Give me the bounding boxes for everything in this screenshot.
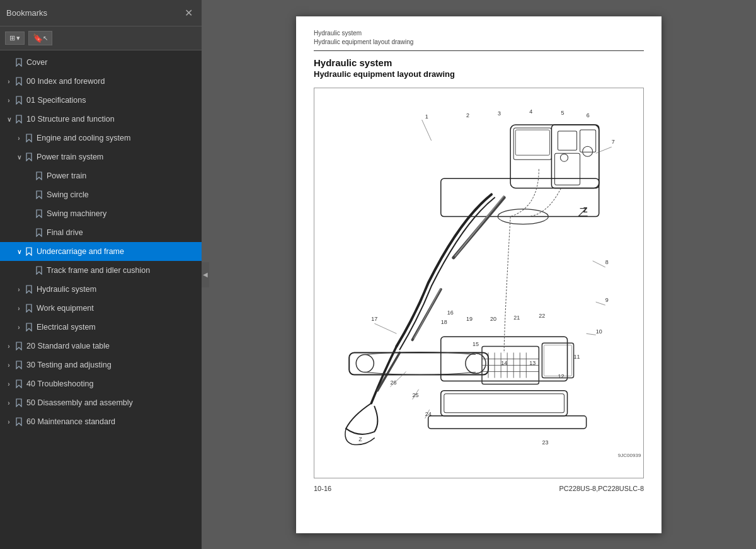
sidebar-item-label: Power train system xyxy=(37,152,199,162)
svg-text:8: 8 xyxy=(605,258,609,265)
sidebar: Bookmarks ✕ ⊞ ▾ 🔖 ↖ Cover› 00 Index and … xyxy=(0,0,202,549)
bookmark-icon xyxy=(24,323,34,332)
sidebar-item-cover[interactable]: Cover xyxy=(0,53,202,72)
svg-text:3: 3 xyxy=(498,110,501,116)
expand-arrow-icon: › xyxy=(4,419,14,425)
sidebar-header: Bookmarks ✕ xyxy=(0,0,202,26)
sidebar-item-swing-machinery[interactable]: Swing machinery xyxy=(0,204,202,223)
close-button[interactable]: ✕ xyxy=(182,7,195,20)
svg-text:16: 16 xyxy=(447,309,454,316)
main-content: Hydraulic system Hydraulic equipment lay… xyxy=(202,0,756,549)
page-footer: 10-16 PC228US-8,PC228USLC-8 xyxy=(314,485,644,492)
svg-text:23: 23 xyxy=(542,439,548,445)
sidebar-item-work-equip[interactable]: › Work equipment xyxy=(0,299,202,318)
sidebar-item-40-trouble[interactable]: › 40 Troubleshooting xyxy=(0,374,202,393)
sidebar-item-00-index[interactable]: › 00 Index and foreword xyxy=(0,72,202,91)
expand-arrow-icon: › xyxy=(4,381,14,388)
expand-arrow-icon: › xyxy=(4,362,14,369)
bookmark-icon xyxy=(14,77,24,86)
expand-arrow-icon: › xyxy=(4,97,14,104)
svg-text:25: 25 xyxy=(413,391,419,398)
sidebar-item-power-train[interactable]: Power train xyxy=(0,166,202,185)
expand-arrow-icon: › xyxy=(14,324,24,331)
bookmark-icon xyxy=(24,153,34,161)
page-viewer: Hydraulic system Hydraulic equipment lay… xyxy=(296,16,662,533)
sidebar-item-50-disasm[interactable]: › 50 Disassembly and assembly xyxy=(0,393,202,412)
page-number: 10-16 xyxy=(314,485,331,492)
sidebar-item-label: Undercarriage and frame xyxy=(37,246,199,257)
sidebar-item-label: 20 Standard value table xyxy=(26,341,199,351)
view-options-button[interactable]: ⊞ ▾ xyxy=(5,32,25,45)
bookmark-icon xyxy=(24,134,34,142)
svg-rect-0 xyxy=(314,105,643,459)
diagram-container: 1 2 3 4 5 6 7 8 9 10 11 12 13 14 15 16 1… xyxy=(314,88,644,478)
page-heading: Hydraulic system xyxy=(314,57,644,68)
sidebar-item-label: Swing machinery xyxy=(47,209,199,219)
svg-text:17: 17 xyxy=(371,316,377,322)
svg-text:26: 26 xyxy=(390,379,396,385)
bookmark-icon xyxy=(34,171,44,180)
bookmark-icon xyxy=(34,190,44,199)
dropdown-arrow-icon: ▾ xyxy=(16,34,20,42)
sidebar-item-label: 60 Maintenance standard xyxy=(26,417,199,427)
expand-arrow-icon: › xyxy=(14,135,24,142)
svg-text:15: 15 xyxy=(472,341,479,347)
svg-text:5: 5 xyxy=(561,109,564,115)
list-view-icon: ⊞ xyxy=(9,34,15,42)
expand-arrow-icon: › xyxy=(4,343,14,350)
sidebar-item-01-specs[interactable]: › 01 Specifications xyxy=(0,91,202,110)
expand-arrow-icon: › xyxy=(4,78,14,85)
bookmark-icon xyxy=(14,398,24,407)
sidebar-item-label: 01 Specifications xyxy=(26,95,199,105)
svg-text:9JC00939: 9JC00939 xyxy=(618,453,641,458)
svg-text:4: 4 xyxy=(529,108,532,114)
bookmark-icon xyxy=(34,209,44,218)
sidebar-title: Bookmarks xyxy=(6,8,47,18)
sidebar-item-label: 30 Testing and adjusting xyxy=(26,360,199,370)
svg-text:6: 6 xyxy=(587,112,590,118)
sidebar-item-electrical-sys[interactable]: › Electrical system xyxy=(0,318,202,337)
svg-text:11: 11 xyxy=(574,354,580,360)
sidebar-item-label: Track frame and idler cushion xyxy=(47,265,199,275)
expand-arrow-icon: › xyxy=(14,305,24,312)
sidebar-item-swing-circle[interactable]: Swing circle xyxy=(0,185,202,204)
sidebar-item-final-drive[interactable]: Final drive xyxy=(0,223,202,242)
bookmark-icon xyxy=(24,285,34,294)
sidebar-item-power-train-sys[interactable]: ∨ Power train system xyxy=(0,147,202,166)
svg-text:21: 21 xyxy=(513,315,520,321)
sidebar-item-label: 00 Index and foreword xyxy=(26,76,199,86)
expand-arrow-icon: › xyxy=(14,286,24,293)
bookmark-icon xyxy=(14,115,24,124)
sidebar-item-30-test[interactable]: › 30 Testing and adjusting xyxy=(0,355,202,374)
page-breadcrumb: Hydraulic system Hydraulic equipment lay… xyxy=(314,29,644,51)
expand-arrow-icon: ∨ xyxy=(14,154,24,161)
svg-text:1: 1 xyxy=(425,113,428,120)
sidebar-item-hydraulic-sys[interactable]: › Hydraulic system xyxy=(0,280,202,299)
cursor-icon: ↖ xyxy=(43,35,48,42)
sidebar-item-label: Cover xyxy=(26,57,199,67)
bookmark-icon xyxy=(14,58,24,67)
sidebar-item-label: Power train xyxy=(47,171,199,181)
collapse-panel-button[interactable]: ◀ xyxy=(202,262,209,287)
sidebar-tree: Cover› 00 Index and foreword› 01 Specifi… xyxy=(0,50,202,549)
expand-arrow-icon: ∨ xyxy=(14,248,24,255)
expand-arrow-icon: › xyxy=(4,400,14,407)
sidebar-item-label: Hydraulic system xyxy=(37,284,199,294)
sidebar-item-10-struct[interactable]: ∨ 10 Structure and function xyxy=(0,110,202,129)
user-button[interactable]: 🔖 ↖ xyxy=(28,31,52,45)
sidebar-item-track-frame[interactable]: Track frame and idler cushion xyxy=(0,261,202,280)
sidebar-item-60-maint[interactable]: › 60 Maintenance standard xyxy=(0,412,202,431)
sidebar-toolbar: ⊞ ▾ 🔖 ↖ xyxy=(0,26,202,50)
sidebar-item-20-std[interactable]: › 20 Standard value table xyxy=(0,337,202,355)
sidebar-item-engine[interactable]: › Engine and cooling system xyxy=(0,129,202,147)
svg-text:9: 9 xyxy=(605,297,609,303)
sidebar-item-label: 10 Structure and function xyxy=(26,114,199,124)
sidebar-item-label: 40 Troubleshooting xyxy=(26,379,199,389)
bookmark-icon xyxy=(14,379,24,388)
bookmark-icon xyxy=(24,247,34,256)
svg-text:20: 20 xyxy=(490,316,496,322)
breadcrumb-line2: Hydraulic equipment layout drawing xyxy=(314,38,413,45)
sidebar-item-undercarriage[interactable]: ∨ Undercarriage and frame xyxy=(0,242,202,261)
sidebar-item-label: Work equipment xyxy=(37,303,199,313)
bookmark-user-icon: 🔖 xyxy=(33,33,43,43)
